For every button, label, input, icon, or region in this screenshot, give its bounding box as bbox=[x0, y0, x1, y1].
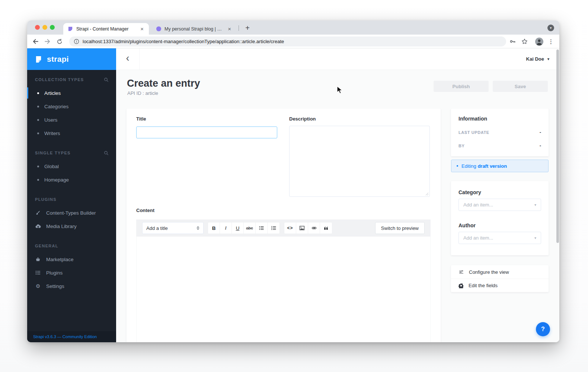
heading-select[interactable]: Add a title bbox=[142, 222, 204, 234]
sidebar-item-marketplace[interactable]: Marketplace bbox=[27, 253, 116, 266]
editor-body[interactable] bbox=[136, 237, 431, 342]
edit-fields-link[interactable]: Edit the fields bbox=[451, 279, 549, 292]
sidebar-item-settings[interactable]: ⚙ Settings bbox=[27, 279, 116, 293]
sidebar-item-label: Plugins bbox=[46, 270, 63, 276]
back-icon[interactable] bbox=[31, 36, 41, 46]
new-tab-button[interactable]: + bbox=[242, 23, 253, 33]
sidebar-item-label: Marketplace bbox=[46, 257, 74, 262]
sidebar-item-content-types-builder[interactable]: Content-Types Builder bbox=[27, 206, 116, 219]
italic-button[interactable]: I bbox=[220, 222, 232, 234]
sidebar-item-label: Media Library bbox=[46, 224, 77, 229]
category-select[interactable]: Add an item... ▾ bbox=[458, 199, 541, 211]
sidebar-item-global[interactable]: Global bbox=[27, 160, 116, 173]
title-input[interactable] bbox=[136, 126, 277, 138]
description-textarea[interactable] bbox=[289, 126, 430, 197]
edit-fields-label: Edit the fields bbox=[469, 283, 498, 288]
link-button[interactable] bbox=[308, 222, 320, 234]
bullet-icon bbox=[37, 92, 39, 94]
sidebar-item-label: Articles bbox=[44, 90, 61, 96]
window-zoom-button[interactable] bbox=[50, 25, 55, 30]
save-button[interactable]: Save bbox=[493, 81, 548, 92]
gear-icon: ⚙ bbox=[35, 283, 41, 289]
window-close-button[interactable] bbox=[35, 25, 40, 30]
image-icon bbox=[299, 225, 305, 231]
underline-button[interactable]: U bbox=[232, 222, 244, 234]
chevron-down-icon: ▾ bbox=[534, 203, 536, 207]
code-button[interactable]: <> bbox=[284, 222, 296, 234]
sidebar-item-label: Global bbox=[44, 164, 59, 169]
tab-strapi-content-manager[interactable]: Strapi - Content Manager × bbox=[63, 23, 149, 35]
sidebar-item-homepage[interactable]: Homepage bbox=[27, 173, 116, 186]
sliders-icon bbox=[458, 270, 464, 275]
forward-icon[interactable] bbox=[42, 36, 52, 46]
site-info-icon[interactable] bbox=[74, 39, 79, 44]
tab-search-button[interactable]: ▾ bbox=[547, 25, 554, 31]
strapi-version-link[interactable]: Strapi v3.6.3 — Community Edition bbox=[27, 331, 116, 342]
resize-handle-icon[interactable] bbox=[425, 192, 429, 196]
sidebar-item-media-library[interactable]: Media Library bbox=[27, 219, 116, 233]
section-title: SINGLE TYPES bbox=[35, 151, 71, 155]
draft-dot-icon bbox=[457, 165, 458, 167]
browser-toolbar: localhost:1337/admin/plugins/content-man… bbox=[27, 35, 559, 48]
section-single-types: SINGLE TYPES bbox=[27, 146, 116, 160]
vertical-scrollbar[interactable] bbox=[556, 49, 559, 243]
window-minimize-button[interactable] bbox=[42, 25, 47, 30]
browser-menu-dots-icon[interactable]: ⋮ bbox=[546, 36, 556, 46]
last-update-label: LAST UPDATE bbox=[458, 130, 489, 135]
tab-personal-blog[interactable]: My personal Strapi blog | Strap × bbox=[151, 23, 236, 35]
view-settings-card: Configure the view Edit the fields bbox=[451, 265, 549, 292]
reload-icon[interactable] bbox=[54, 36, 64, 46]
sidebar-item-writers[interactable]: Writers bbox=[27, 126, 116, 140]
sidebar-item-label: Content-Types Builder bbox=[46, 210, 96, 216]
strapi-logo[interactable]: strapi bbox=[27, 48, 116, 70]
strikethrough-button[interactable]: abc bbox=[244, 222, 256, 234]
sidebar-item-categories[interactable]: Categories bbox=[27, 100, 116, 113]
address-bar[interactable]: localhost:1337/admin/plugins/content-man… bbox=[69, 36, 506, 46]
category-placeholder: Add an item... bbox=[463, 202, 493, 208]
bullet-icon bbox=[37, 132, 39, 134]
switch-to-preview-button[interactable]: Switch to preview bbox=[375, 222, 425, 234]
unordered-list-button[interactable] bbox=[256, 222, 268, 234]
information-title: Information bbox=[458, 116, 487, 122]
image-button[interactable] bbox=[296, 222, 308, 234]
category-label: Category bbox=[458, 189, 481, 195]
tab-separator bbox=[239, 25, 239, 31]
back-chevron-button[interactable]: ‹ bbox=[116, 48, 140, 70]
sidebar-item-articles[interactable]: Articles bbox=[27, 86, 116, 100]
publish-button[interactable]: Publish bbox=[434, 81, 489, 92]
profile-avatar[interactable] bbox=[534, 36, 544, 46]
admin-top-bar: ‹ Kai Doe ▾ bbox=[116, 48, 559, 70]
left-menu-sections: COLLECTION TYPES Articles Categories Use… bbox=[27, 70, 116, 293]
section-title: PLUGINS bbox=[35, 197, 57, 202]
bullet-icon bbox=[37, 106, 39, 108]
text-format-group: B I U abc bbox=[208, 222, 280, 234]
quote-button[interactable] bbox=[320, 222, 332, 234]
sidebar-item-plugins[interactable]: Plugins bbox=[27, 266, 116, 279]
content-field-label: Content bbox=[136, 208, 154, 213]
ordered-list-icon bbox=[271, 225, 277, 231]
sidebar-item-users[interactable]: Users bbox=[27, 113, 116, 126]
bullet-icon bbox=[37, 119, 39, 121]
author-select[interactable]: Add an item... ▾ bbox=[458, 232, 541, 244]
blog-favicon bbox=[156, 26, 162, 32]
bold-button[interactable]: B bbox=[208, 222, 220, 234]
strapi-admin-app: strapi COLLECTION TYPES Articles Categor… bbox=[27, 48, 559, 342]
tab-title: Strapi - Content Manager bbox=[76, 26, 136, 32]
description-field-label: Description bbox=[289, 116, 316, 122]
title-field-label: Title bbox=[136, 116, 146, 122]
close-tab-icon[interactable]: × bbox=[226, 25, 233, 32]
password-key-icon[interactable] bbox=[508, 36, 518, 46]
close-tab-icon[interactable]: × bbox=[139, 25, 145, 32]
search-icon[interactable] bbox=[104, 151, 109, 155]
help-button[interactable]: ? bbox=[536, 322, 550, 336]
by-row: BY - bbox=[458, 143, 541, 148]
section-title: COLLECTION TYPES bbox=[35, 77, 84, 82]
bookmark-star-icon[interactable] bbox=[520, 36, 530, 46]
wysiwyg-editor: Add a title B I U abc bbox=[136, 219, 431, 342]
user-menu[interactable]: Kai Doe ▾ bbox=[526, 48, 549, 70]
search-icon[interactable] bbox=[104, 77, 109, 82]
ordered-list-button[interactable] bbox=[268, 222, 279, 234]
spinner-icon bbox=[196, 226, 199, 230]
section-collection-types: COLLECTION TYPES bbox=[27, 73, 116, 86]
configure-view-link[interactable]: Configure the view bbox=[451, 265, 549, 279]
